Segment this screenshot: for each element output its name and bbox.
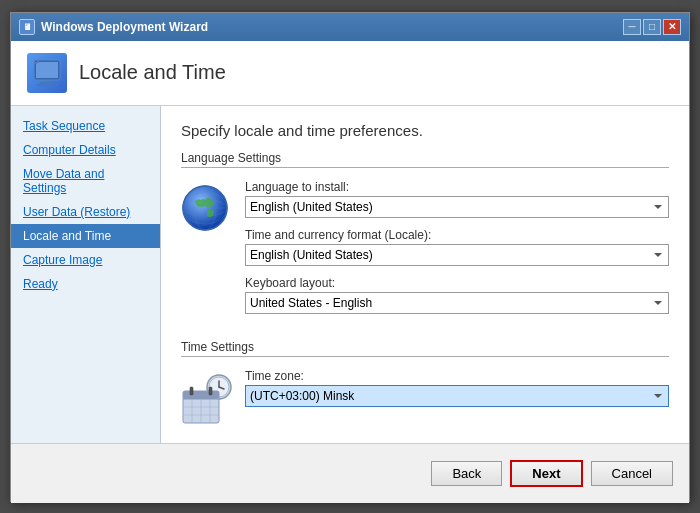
language-section: Language to install: English (United Sta… bbox=[181, 180, 669, 324]
window-controls: ─ □ ✕ bbox=[623, 19, 681, 35]
language-fields: Language to install: English (United Sta… bbox=[245, 180, 669, 324]
header-icon bbox=[27, 53, 67, 93]
titlebar: 🖥 Windows Deployment Wizard ─ □ ✕ bbox=[11, 13, 689, 41]
svg-rect-1 bbox=[36, 62, 58, 78]
sidebar-item-ready[interactable]: Ready bbox=[11, 272, 160, 296]
language-field-group: Language to install: English (United Sta… bbox=[245, 180, 669, 218]
body: Task Sequence Computer Details Move Data… bbox=[11, 106, 689, 443]
currency-label: Time and currency format (Locale): bbox=[245, 228, 669, 242]
window: 🖥 Windows Deployment Wizard ─ □ ✕ Locale… bbox=[10, 12, 690, 502]
sidebar-item-task-sequence[interactable]: Task Sequence bbox=[11, 114, 160, 138]
svg-rect-3 bbox=[37, 60, 39, 63]
footer: Back Next Cancel bbox=[11, 443, 689, 503]
svg-rect-17 bbox=[183, 391, 219, 399]
svg-rect-24 bbox=[190, 387, 193, 395]
calendar-icon bbox=[181, 373, 229, 421]
header: Locale and Time bbox=[11, 41, 689, 106]
maximize-button[interactable]: □ bbox=[643, 19, 661, 35]
window-title: Windows Deployment Wizard bbox=[41, 20, 623, 34]
keyboard-field-group: Keyboard layout: United States - English bbox=[245, 276, 669, 314]
currency-select[interactable]: English (United States) bbox=[245, 244, 669, 266]
sidebar-item-locale-time[interactable]: Locale and Time bbox=[11, 224, 160, 248]
timezone-label: Time zone: bbox=[245, 369, 669, 383]
time-section-label: Time Settings bbox=[181, 340, 669, 357]
sidebar: Task Sequence Computer Details Move Data… bbox=[11, 106, 161, 443]
timezone-field-group: Time zone: (UTC+03:00) Minsk bbox=[245, 369, 669, 407]
globe-icon bbox=[181, 184, 229, 232]
timezone-select[interactable]: (UTC+03:00) Minsk bbox=[245, 385, 669, 407]
keyboard-select[interactable]: United States - English bbox=[245, 292, 669, 314]
cancel-button[interactable]: Cancel bbox=[591, 461, 673, 486]
minimize-button[interactable]: ─ bbox=[623, 19, 641, 35]
time-section: Time zone: (UTC+03:00) Minsk bbox=[181, 369, 669, 421]
window-icon: 🖥 bbox=[19, 19, 35, 35]
content-title: Specify locale and time preferences. bbox=[181, 122, 669, 139]
sidebar-item-move-data[interactable]: Move Data and Settings bbox=[11, 162, 160, 200]
sidebar-item-user-data[interactable]: User Data (Restore) bbox=[11, 200, 160, 224]
svg-rect-2 bbox=[34, 62, 37, 64]
currency-field-group: Time and currency format (Locale): Engli… bbox=[245, 228, 669, 266]
time-fields: Time zone: (UTC+03:00) Minsk bbox=[245, 369, 669, 417]
keyboard-label: Keyboard layout: bbox=[245, 276, 669, 290]
content-area: Specify locale and time preferences. Lan… bbox=[161, 106, 689, 443]
language-section-label: Language Settings bbox=[181, 151, 669, 168]
page-title: Locale and Time bbox=[79, 61, 226, 84]
sidebar-item-computer-details[interactable]: Computer Details bbox=[11, 138, 160, 162]
svg-rect-25 bbox=[209, 387, 212, 395]
back-button[interactable]: Back bbox=[431, 461, 502, 486]
close-button[interactable]: ✕ bbox=[663, 19, 681, 35]
language-select[interactable]: English (United States) bbox=[245, 196, 669, 218]
sidebar-item-capture-image[interactable]: Capture Image bbox=[11, 248, 160, 272]
next-button[interactable]: Next bbox=[510, 460, 582, 487]
svg-rect-5 bbox=[37, 84, 57, 86]
language-label: Language to install: bbox=[245, 180, 669, 194]
